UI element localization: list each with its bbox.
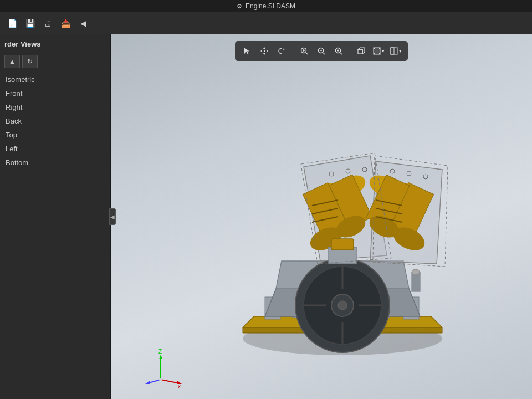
panel-title: rder Views — [0, 34, 110, 53]
svg-rect-54 — [331, 239, 354, 250]
view-list: Isometric Front Right Back Top Left Bott… — [0, 73, 110, 170]
save-button[interactable]: 💾 — [22, 16, 38, 31]
svg-line-8 — [340, 53, 342, 54]
title-bar: ⚙ Engine.SLDASM — [0, 0, 532, 12]
svg-point-56 — [412, 269, 420, 275]
svg-line-68 — [161, 380, 180, 383]
sort-up-button[interactable]: ▲ — [4, 55, 20, 68]
select-tool-button[interactable] — [239, 43, 255, 59]
zoom-out-button[interactable] — [314, 43, 329, 59]
display-style-button[interactable]: ▾ — [371, 43, 386, 59]
upload-button[interactable]: 📤 — [58, 16, 73, 31]
view-item-front[interactable]: Front — [0, 86, 110, 100]
viewport[interactable]: ▾ ▾ — [111, 34, 532, 399]
coordinate-axes: Z X — [144, 349, 177, 382]
collapse-button[interactable]: ◀ — [75, 16, 91, 31]
svg-marker-72 — [145, 381, 150, 384]
window-title: Engine.SLDASM — [245, 2, 295, 10]
rotate-tool-button[interactable] — [274, 43, 289, 59]
print-button[interactable]: 🖨 — [40, 16, 55, 31]
toolbar-separator-1 — [293, 45, 293, 57]
svg-line-1 — [306, 53, 308, 54]
svg-text:X: X — [177, 384, 181, 388]
left-panel: rder Views ▲ ↻ Isometric Front Right Bac… — [0, 34, 111, 399]
viewport-toolbar: ▾ ▾ — [235, 41, 408, 61]
new-button[interactable]: 📄 — [4, 16, 20, 31]
refresh-button[interactable]: ↻ — [22, 55, 38, 68]
view-item-left[interactable]: Left — [0, 142, 110, 156]
zoom-in-button[interactable] — [296, 43, 312, 59]
svg-text:Z: Z — [158, 349, 162, 355]
view-item-bottom[interactable]: Bottom — [0, 156, 110, 170]
view-item-right[interactable]: Right — [0, 100, 110, 114]
fit-view-button[interactable] — [331, 43, 346, 59]
panel-controls: ▲ ↻ — [0, 53, 110, 73]
main-toolbar: 📄 💾 🖨 📤 ◀ — [0, 12, 532, 34]
view-item-top[interactable]: Top — [0, 128, 110, 142]
toolbar-separator-2 — [350, 45, 350, 57]
svg-line-5 — [323, 53, 325, 54]
svg-marker-66 — [159, 355, 162, 359]
section-view-button[interactable]: ▾ — [388, 43, 403, 59]
view-item-isometric[interactable]: Isometric — [0, 73, 110, 86]
move-tool-button[interactable] — [257, 43, 272, 59]
svg-rect-15 — [391, 48, 394, 54]
view-item-back[interactable]: Back — [0, 114, 110, 128]
svg-point-28 — [338, 301, 347, 310]
main-layout: rder Views ▲ ↻ Isometric Front Right Bac… — [0, 34, 532, 399]
view-cube-button[interactable] — [354, 43, 369, 59]
app-icon: ⚙ — [237, 3, 242, 10]
svg-rect-10 — [358, 49, 362, 54]
svg-point-73 — [159, 378, 162, 381]
svg-point-9 — [337, 50, 339, 52]
panel-collapse-handle[interactable]: ◀ — [109, 208, 116, 225]
engine-model — [204, 84, 481, 361]
